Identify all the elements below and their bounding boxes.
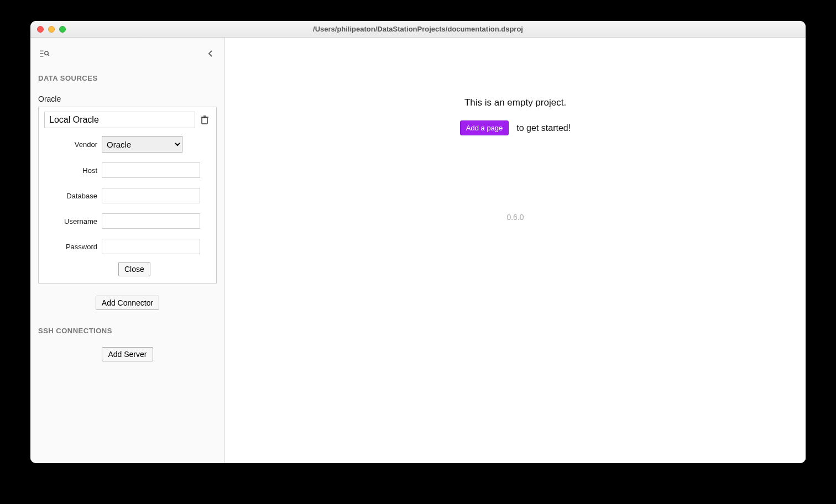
maximize-window-icon[interactable] xyxy=(59,26,66,33)
add-page-button[interactable]: Add a page xyxy=(460,120,509,135)
vendor-label: Vendor xyxy=(44,140,102,149)
database-row: Database xyxy=(44,188,211,203)
svg-rect-5 xyxy=(202,118,207,124)
titlebar[interactable]: /Users/philipeaton/DataStationProjects/d… xyxy=(30,21,806,38)
username-row: Username xyxy=(44,213,211,229)
search-icon[interactable] xyxy=(38,48,50,60)
add-page-row: Add a page to get started! xyxy=(460,120,571,135)
data-sources-header: DATA SOURCES xyxy=(38,74,217,82)
empty-project-message: This is an empty project. xyxy=(464,97,566,108)
host-label: Host xyxy=(44,166,102,175)
svg-point-3 xyxy=(45,51,48,55)
username-input[interactable] xyxy=(102,213,200,229)
add-server-row: Add Server xyxy=(38,347,217,361)
collapse-sidebar-icon[interactable] xyxy=(205,48,217,60)
host-row: Host xyxy=(44,162,211,178)
window-title: /Users/philipeaton/DataStationProjects/d… xyxy=(30,25,806,33)
close-connector-button[interactable]: Close xyxy=(118,262,150,276)
app-window: /Users/philipeaton/DataStationProjects/d… xyxy=(30,21,806,463)
sidebar: DATA SOURCES Oracle Vendor xyxy=(30,38,225,463)
ssh-connections-header: SSH CONNECTIONS xyxy=(38,327,217,335)
vendor-row: Vendor Oracle xyxy=(44,136,211,153)
data-source-type-label: Oracle xyxy=(38,95,217,103)
delete-connector-icon[interactable] xyxy=(198,114,211,126)
close-window-icon[interactable] xyxy=(37,26,44,33)
add-connector-button[interactable]: Add Connector xyxy=(96,296,159,310)
svg-line-4 xyxy=(48,55,49,56)
add-server-button[interactable]: Add Server xyxy=(102,347,153,361)
connector-name-input[interactable] xyxy=(44,112,195,128)
username-label: Username xyxy=(44,217,102,225)
password-input[interactable] xyxy=(102,239,200,254)
vendor-select[interactable]: Oracle xyxy=(102,136,182,153)
app-body: DATA SOURCES Oracle Vendor xyxy=(30,38,806,463)
close-row: Close xyxy=(44,262,211,276)
main-content: This is an empty project. Add a page to … xyxy=(225,38,806,463)
connector-panel: Vendor Oracle Host Database Username xyxy=(38,107,217,284)
add-connector-row: Add Connector xyxy=(38,296,217,310)
connector-name-row xyxy=(44,112,211,128)
host-input[interactable] xyxy=(102,162,200,178)
get-started-text: to get started! xyxy=(516,123,571,133)
database-input[interactable] xyxy=(102,188,200,203)
minimize-window-icon[interactable] xyxy=(48,26,55,33)
password-row: Password xyxy=(44,239,211,254)
password-label: Password xyxy=(44,243,102,251)
version-label: 0.6.0 xyxy=(506,213,524,222)
sidebar-top xyxy=(38,48,217,60)
database-label: Database xyxy=(44,192,102,200)
traffic-lights xyxy=(37,26,66,33)
